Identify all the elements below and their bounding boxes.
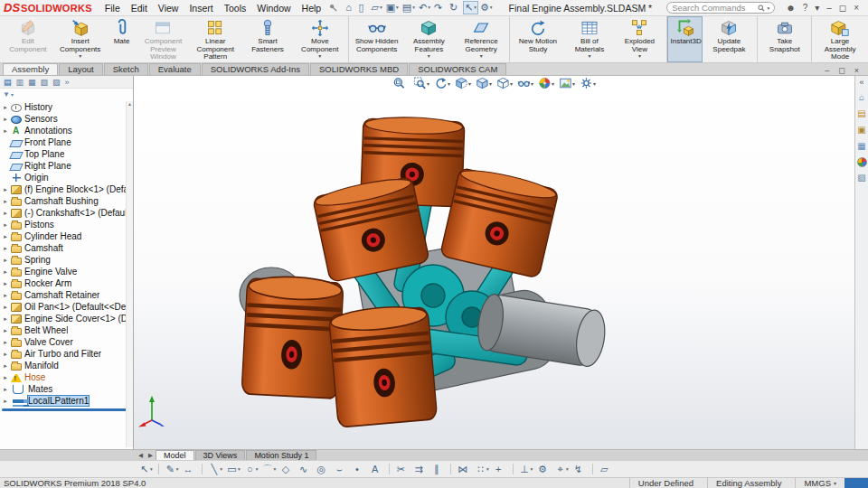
expand-arrow-icon[interactable]: ▸ bbox=[3, 104, 8, 111]
appearances-icon[interactable] bbox=[857, 157, 867, 167]
graphics-area[interactable]: ▾ ▾ ▾ ▾ ▾ ▾ bbox=[134, 76, 854, 449]
menu-item[interactable]: Edit bbox=[126, 3, 153, 14]
component-preview-window-button[interactable]: Component Preview Window ▾ bbox=[137, 16, 190, 62]
hide-show-items-icon[interactable]: ▾ bbox=[516, 77, 534, 89]
tree-item[interactable]: ▸ Origin bbox=[0, 172, 133, 183]
assembly-features-button[interactable]: Assembly Features ▾ bbox=[402, 16, 455, 62]
undo-icon[interactable]: ↶ ▾ bbox=[417, 1, 432, 14]
rectangle-icon[interactable]: ▭ ▾ bbox=[225, 462, 241, 476]
expand-arrow-icon[interactable]: ▸ bbox=[3, 315, 8, 323]
tree-item[interactable]: ▸ Spring bbox=[0, 254, 133, 266]
pin-icon[interactable] bbox=[329, 4, 337, 12]
select-tool-icon[interactable]: ↖ ▾ bbox=[137, 462, 154, 476]
zoom-area-icon[interactable]: ▾ bbox=[412, 77, 430, 89]
command-tab[interactable]: Layout bbox=[59, 63, 103, 75]
insert-components-button[interactable]: Insert Components ▾ bbox=[54, 16, 107, 62]
fm-tabs-overflow[interactable]: » bbox=[64, 78, 71, 87]
fillet-icon[interactable]: ⌣ ▾ bbox=[333, 462, 349, 476]
open-icon[interactable]: ▱ ▾ bbox=[369, 1, 383, 14]
doc-tab[interactable]: 3D Views bbox=[195, 450, 246, 460]
tree-scrollbar[interactable]: ▲ bbox=[126, 101, 133, 447]
expand-arrow-icon[interactable]: ▸ bbox=[3, 221, 8, 229]
tree-item[interactable]: ▸ Camshaft bbox=[0, 242, 133, 254]
search-input[interactable]: Search Commands ▾ bbox=[666, 2, 775, 14]
menu-item[interactable]: Help bbox=[297, 3, 327, 14]
tree-item[interactable]: ▸ Engine Side Cover<1> (Default... bbox=[0, 313, 133, 324]
command-tab[interactable]: Sketch bbox=[104, 63, 148, 75]
expand-arrow-icon[interactable]: ▸ bbox=[3, 292, 8, 299]
doc-restore-icon[interactable]: ◻ bbox=[834, 66, 849, 75]
tree-filter[interactable]: ▼ ▾ bbox=[0, 89, 133, 100]
tree-item[interactable]: ▸ Cylinder Head bbox=[0, 230, 133, 242]
tree-item[interactable]: ▸ Front Plane bbox=[0, 136, 133, 148]
tree-item[interactable]: ▸ Annotations bbox=[0, 125, 133, 136]
arc-icon[interactable]: ⌒ ▾ bbox=[261, 462, 278, 476]
tree-item[interactable]: ▸ Engine Valve bbox=[0, 266, 133, 277]
maximize-icon[interactable]: ◻ bbox=[835, 3, 850, 13]
tree-item[interactable]: ▸ Rocker Arm bbox=[0, 277, 133, 289]
separator[interactable]: ▾ bbox=[158, 464, 159, 474]
tree-item[interactable]: ▸ Right Plane bbox=[0, 160, 133, 172]
tree-item[interactable]: ▸ Oil Pan<1> (Default<<Default... bbox=[0, 301, 133, 313]
scroll-up-icon[interactable]: ▲ bbox=[127, 101, 132, 107]
custom-properties-icon[interactable]: ▧ bbox=[856, 173, 867, 183]
menu-item[interactable]: Window bbox=[251, 3, 296, 14]
options-icon[interactable]: ⚙ ▾ bbox=[478, 1, 495, 14]
separator[interactable]: ▾ bbox=[513, 464, 514, 474]
zoom-fit-icon[interactable]: ▾ bbox=[392, 77, 410, 89]
edit-appearance-icon[interactable]: ▾ bbox=[537, 77, 555, 89]
display-relations-icon[interactable]: ⊥ ▾ bbox=[518, 462, 534, 476]
dimxpert-tab[interactable]: ▧ bbox=[40, 78, 50, 87]
tree-item[interactable]: ▸ Belt Wheel bbox=[0, 324, 133, 336]
bill-of-materials-button[interactable]: Bill of Materials ▾ bbox=[564, 16, 615, 62]
take-snapshot-button[interactable]: Take Snapshot ▾ bbox=[757, 16, 809, 62]
featuremanager-tab[interactable]: ▤ bbox=[3, 78, 13, 87]
apply-scene-icon[interactable]: ▾ bbox=[558, 77, 576, 89]
new-motion-study-button[interactable]: New Motion Study ▾ bbox=[509, 16, 564, 62]
display-style-icon[interactable]: ▾ bbox=[495, 77, 514, 89]
tabs-scroll-right-icon[interactable]: ▶ bbox=[146, 450, 156, 460]
menu-item[interactable]: View bbox=[153, 3, 184, 14]
move-component-button[interactable]: Move Component ▾ bbox=[294, 16, 346, 62]
expand-arrow-icon[interactable]: ▸ bbox=[3, 327, 8, 334]
expand-arrow-icon[interactable]: ▸ bbox=[3, 245, 8, 252]
tree-item[interactable]: ▸ Sensors bbox=[0, 113, 133, 125]
tree-item[interactable]: ▸ LocalLPattern1 bbox=[0, 395, 133, 407]
tree-item[interactable]: ▸ Pistons bbox=[0, 219, 133, 230]
sketch-icon[interactable]: ✎ ▾ bbox=[164, 462, 180, 476]
doc-tab[interactable]: Model bbox=[156, 450, 194, 460]
rollback-bar[interactable] bbox=[2, 408, 131, 411]
expand-arrow-icon[interactable]: ▸ bbox=[3, 127, 8, 135]
doc-close-icon[interactable]: × bbox=[850, 66, 863, 75]
help-icon[interactable]: ? bbox=[799, 3, 812, 13]
mirror-entities-icon[interactable]: ⋈ ▾ bbox=[456, 462, 472, 476]
command-tab[interactable]: SOLIDWORKS CAM bbox=[409, 63, 506, 75]
update-speedpak-button[interactable]: Update Speedpak ▾ bbox=[703, 16, 755, 62]
view-settings-icon[interactable]: ▾ bbox=[579, 77, 597, 89]
separator[interactable]: ▾ bbox=[389, 464, 390, 474]
tree-item[interactable]: ▸ Mates bbox=[0, 383, 133, 395]
trim-entities-icon[interactable]: ✂ ▾ bbox=[394, 462, 410, 476]
expand-arrow-icon[interactable]: ▸ bbox=[3, 362, 8, 370]
edit-component-button[interactable]: Edit Component ▾ bbox=[2, 16, 54, 62]
tree-item[interactable]: ▸ Camshaft Bushing bbox=[0, 195, 133, 207]
offset-entities-icon[interactable]: ∥ ▾ bbox=[429, 462, 446, 476]
show-hidden-components-button[interactable]: Show Hidden Components ▾ bbox=[348, 16, 403, 62]
units-caret-icon[interactable]: ▾ bbox=[834, 480, 836, 486]
tree-item[interactable]: ▸ (-) Crankshaft<1> (Default<<D... bbox=[0, 207, 133, 219]
expand-arrow-icon[interactable]: ▸ bbox=[3, 116, 8, 123]
smart-dimension-icon[interactable]: ↔ ▾ bbox=[182, 462, 198, 476]
tree-item[interactable]: ▸ Hose bbox=[0, 371, 133, 383]
mate-button[interactable]: Mate ▾ bbox=[107, 16, 137, 62]
reference-geometry-button[interactable]: Reference Geometry ▾ bbox=[455, 16, 507, 62]
view-orientation-icon[interactable]: ▾ bbox=[475, 77, 493, 89]
tree-item[interactable]: ▸ (f) Engine Block<1> (Default<<... bbox=[0, 183, 133, 195]
exploded-view-button[interactable]: Exploded View ▾ bbox=[615, 16, 665, 62]
minimize-icon[interactable]: – bbox=[823, 3, 835, 13]
expand-arrow-icon[interactable]: ▸ bbox=[3, 398, 8, 405]
expand-arrow-icon[interactable]: ▸ bbox=[3, 339, 8, 346]
separator[interactable]: ▾ bbox=[202, 464, 203, 474]
shaded-sketch-contours-icon[interactable]: ▱ ▾ bbox=[598, 462, 614, 476]
line-icon[interactable]: ╲ ▾ bbox=[207, 462, 223, 476]
linear-sketch-pattern-icon[interactable]: ∷ ▾ bbox=[474, 462, 490, 476]
